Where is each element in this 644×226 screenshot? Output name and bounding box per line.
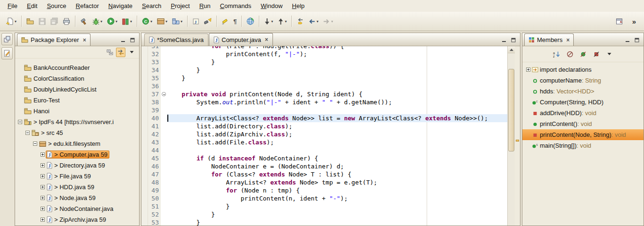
- run-button[interactable]: ▾: [105, 15, 119, 28]
- new-wizard-button[interactable]: ▾: [4, 15, 18, 28]
- menu-help[interactable]: Help: [287, 1, 309, 11]
- menu-run[interactable]: Run: [195, 1, 215, 11]
- new-java-class-button[interactable]: C▾: [140, 15, 154, 28]
- tree-item[interactable]: J> ZipArchiv.java 59: [15, 214, 139, 225]
- close-view-icon[interactable]: ×: [83, 37, 86, 43]
- last-edit-location-button[interactable]: [295, 15, 305, 28]
- code-line[interactable]: }: [167, 58, 507, 66]
- print-button[interactable]: [61, 15, 72, 28]
- search-button[interactable]: [202, 15, 214, 28]
- overview-ruler[interactable]: [515, 46, 520, 226]
- minimize-view-icon[interactable]: [625, 37, 630, 43]
- pin-editor-button[interactable]: [614, 15, 625, 28]
- member-item[interactable]: hdds : Vector<HDD>: [522, 86, 644, 97]
- dropdown-arrow-icon[interactable]: ▾: [150, 19, 152, 24]
- view-menu-button[interactable]: [605, 50, 614, 59]
- tree-expander-icon[interactable]: [25, 131, 31, 135]
- code-line[interactable]: }: [167, 210, 507, 218]
- tree-item[interactable]: J> HDD.java 59: [15, 182, 139, 193]
- scrollbar-thumb[interactable]: [508, 69, 514, 151]
- code-line[interactable]: ArrayList<Class<? extends Node>> list = …: [167, 114, 507, 122]
- open-file-button[interactable]: [25, 15, 36, 28]
- code-line[interactable]: ArrayList<? extends Node> tmp = e.get(T)…: [167, 178, 507, 186]
- menu-refactor[interactable]: Refactor: [71, 1, 104, 11]
- editor-vertical-scrollbar[interactable]: [507, 46, 515, 226]
- code-line[interactable]: list.add(Directory.class);: [167, 122, 507, 130]
- code-line[interactable]: [167, 82, 507, 90]
- dropdown-arrow-icon[interactable]: ▾: [316, 19, 318, 24]
- dropdown-arrow-icon[interactable]: ▾: [331, 19, 333, 24]
- code-line[interactable]: for (Node n : tmp) {: [167, 186, 507, 194]
- menu-project[interactable]: Project: [166, 1, 194, 11]
- minimize-editor-icon[interactable]: [501, 37, 507, 43]
- overview-annotation-mark[interactable]: [516, 140, 519, 142]
- tree-item[interactable]: J> Directory.java 59: [15, 160, 139, 171]
- link-with-editor-button[interactable]: [116, 48, 125, 57]
- view-menu-button[interactable]: [127, 48, 136, 57]
- menu-search[interactable]: Search: [137, 1, 166, 11]
- dropdown-arrow-icon[interactable]: ▾: [15, 19, 17, 24]
- tree-item[interactable]: Hanoi: [15, 106, 139, 117]
- save-button[interactable]: [37, 15, 48, 28]
- tree-expander-icon[interactable]: [17, 120, 23, 124]
- menu-file[interactable]: File: [3, 1, 22, 11]
- maximize-view-icon[interactable]: [130, 37, 135, 43]
- restore-views-button[interactable]: [1, 33, 13, 45]
- dropdown-arrow-icon[interactable]: ▾: [165, 19, 167, 24]
- code-line[interactable]: printContent(f, "|-");: [167, 50, 507, 58]
- tree-item[interactable]: J> Node.java 59: [15, 193, 139, 203]
- member-item[interactable]: smain(String[]) : void: [522, 140, 644, 151]
- tree-item[interactable]: BankAccountReader: [15, 62, 139, 73]
- forward-button[interactable]: ▾: [321, 15, 335, 28]
- new-java-project-button[interactable]: J▾: [170, 15, 184, 28]
- code-line[interactable]: for (Class<? extends Node> T : list) {: [167, 170, 507, 178]
- editor-tab[interactable]: JComputer.java×: [209, 33, 273, 46]
- tree-expander-icon[interactable]: [40, 185, 46, 189]
- hide-static-button[interactable]: [578, 50, 588, 59]
- member-item[interactable]: printContent() : void: [522, 118, 644, 129]
- tree-expander-icon[interactable]: [40, 174, 46, 178]
- toolbar-overflow-button[interactable]: »: [628, 15, 640, 28]
- annotation-ruler[interactable]: [141, 46, 148, 226]
- debug-button[interactable]: ▾: [91, 15, 104, 28]
- code-line[interactable]: [167, 106, 507, 114]
- web-browser-button[interactable]: [245, 15, 256, 28]
- tree-expander-icon[interactable]: [40, 163, 46, 167]
- code-line[interactable]: list.add(ZipArchiv.class);: [167, 130, 507, 138]
- collapse-all-button[interactable]: [105, 48, 115, 57]
- tree-item[interactable]: J> IpdFs 44 [https://svnserver.i: [15, 117, 139, 127]
- close-view-icon[interactable]: ×: [566, 37, 570, 43]
- code-line[interactable]: }: [167, 218, 507, 226]
- save-all-button[interactable]: [49, 15, 60, 28]
- member-item[interactable]: cComputer(String, HDD): [522, 97, 644, 108]
- scrollbar-up-icon[interactable]: [508, 46, 515, 53]
- sort-button[interactable]: az: [552, 50, 561, 59]
- coverage-button[interactable]: ▾: [120, 15, 134, 28]
- code-line[interactable]: System.out.println("|-" + ident + " " + …: [167, 98, 507, 106]
- dropdown-arrow-icon[interactable]: ▾: [181, 19, 182, 24]
- menu-edit[interactable]: Edit: [22, 1, 42, 11]
- code-line[interactable]: }: [167, 74, 507, 82]
- code-line[interactable]: list.add(File.class);: [167, 138, 507, 146]
- tree-item[interactable]: ColorClassification: [15, 73, 139, 84]
- menu-navigate[interactable]: Navigate: [104, 1, 137, 11]
- menu-window[interactable]: Window: [256, 1, 287, 11]
- collapse-fold-icon[interactable]: [162, 92, 166, 96]
- menu-source[interactable]: Source: [42, 1, 71, 11]
- members-tab[interactable]: Members ×: [524, 33, 574, 46]
- hide-fields-button[interactable]: [565, 50, 575, 59]
- tree-item[interactable]: Euro-Test: [15, 95, 139, 106]
- tree-item[interactable]: DoublyLinkedCyclicList: [15, 84, 139, 95]
- code-line[interactable]: [167, 146, 507, 154]
- java-editor-fastview-button[interactable]: [1, 47, 13, 59]
- tree-expander-icon[interactable]: [32, 142, 38, 146]
- close-tab-icon[interactable]: ×: [265, 36, 268, 43]
- dropdown-arrow-icon[interactable]: ▾: [271, 19, 273, 24]
- code-line[interactable]: printContent(n, ident + "-");: [167, 194, 507, 202]
- code-area[interactable]: for (File f : hdd.get(File.class)) { pri…: [167, 46, 507, 226]
- tree-expander-icon[interactable]: [40, 196, 46, 200]
- tree-item[interactable]: J> NodeContainer.java: [15, 203, 139, 214]
- code-line[interactable]: NodeContainer e = (NodeContainer) d;: [167, 162, 507, 170]
- code-line[interactable]: if (d instanceof NodeContainer) {: [167, 154, 507, 162]
- package-explorer-tab[interactable]: Package Explorer ×: [17, 33, 91, 46]
